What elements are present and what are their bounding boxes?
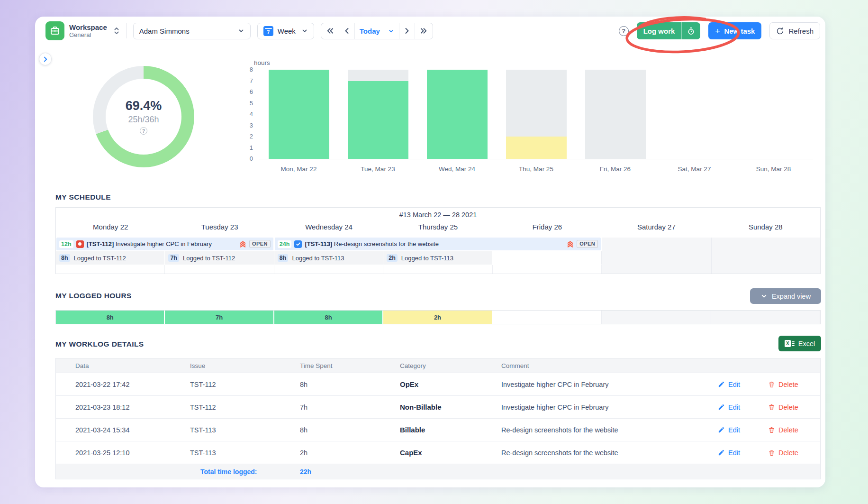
logged-text: Logged to TST-112 [74,255,126,262]
excel-icon: X [785,340,795,347]
progress-donut-chart: 69.4% 25h/36h ? [93,66,194,167]
worklog-category: Billable [400,426,501,434]
bar-segment-logged-full [269,70,329,159]
worklog-title: MY WORKLOG DETAILS [55,340,144,348]
trash-icon [768,403,775,411]
worklog-issue: TST-112 [190,381,300,388]
worklog-row: 2021-03-24 15:34TST-1138hBillableRe-desi… [56,419,820,441]
schedule-event-TST-112[interactable]: 12h[TST-112] Investigate higher CPC in F… [56,238,273,250]
bar-segment-required-not-logged [585,70,646,159]
period-select-value: Week [278,27,296,35]
schedule-empty-row [56,265,820,274]
logged-hours-chip: 8h [59,254,70,262]
donut-ratio: 25h/36h [128,115,159,125]
worklog-date: 2021-03-22 17:42 [75,381,190,388]
logged-cell[interactable]: 8hLogged to TST-112 [56,251,165,265]
logged-hours-cell-green[interactable]: 8h [274,311,383,324]
logged-hours-cell-yellow[interactable]: 2h [383,311,492,324]
bar-segment-logged-full [427,70,488,159]
x-axis-label: Thu, Mar 25 [497,165,576,173]
logged-text: Logged to TST-112 [183,255,235,262]
empty-cell [274,265,383,274]
worklog-issue: TST-113 [190,426,300,434]
worklog-category: Non-Billable [400,403,501,411]
schedule-event-TST-113[interactable]: 24h[TST-113] Re-design screenshots for t… [275,238,601,250]
pencil-icon [718,426,725,433]
delete-worklog-button[interactable]: Delete [768,426,820,434]
refresh-icon [776,27,784,35]
fast-backward-button[interactable] [321,23,339,39]
plus-icon: + [715,27,720,36]
schedule-day-headers: Monday 22Tuesday 23Wednesday 24Thursday … [56,223,820,231]
backward-button[interactable] [339,23,354,39]
chart-baseline [259,159,813,159]
stacked-bar [269,70,329,159]
schedule-table: #13 March 22 — 28 2021 Monday 22Tuesday … [55,207,821,274]
task-icon [294,240,302,248]
column-header: Issue [190,362,300,369]
worklog-issue: TST-113 [190,449,300,457]
trash-icon [768,381,775,388]
logged-cell[interactable]: 2hLogged to TST-113 [383,251,492,265]
trash-icon [768,449,775,457]
today-divider [384,27,384,35]
x-axis-label: Tue, Mar 23 [338,165,417,173]
period-select[interactable]: 7 Week [257,23,314,39]
schedule-title: MY SCHEDULE [55,193,111,202]
logged-cell[interactable]: 8hLogged to TST-113 [274,251,383,265]
export-excel-button[interactable]: X Excel [778,336,821,351]
logged-hours-cell-green[interactable]: 7h [165,311,274,324]
date-navigation: Today [321,23,433,39]
y-tick: 7 [228,77,253,84]
delete-worklog-button[interactable]: Delete [768,449,820,457]
donut-percent: 69.4% [126,99,162,113]
workspace-selector[interactable]: Workspace General [45,21,119,40]
worklog-header-row: DataIssueTime SpentCategoryComment [56,358,820,373]
start-timer-button[interactable] [681,22,700,39]
forward-button[interactable] [399,23,415,39]
chart-y-ticks: 012345678 [228,70,253,159]
refresh-button[interactable]: Refresh [769,22,820,39]
worklog-comment: Investigate higher CPC in February [501,381,718,388]
edit-worklog-button[interactable]: Edit [718,381,768,388]
workspace-subtitle: General [69,31,107,38]
edit-worklog-button[interactable]: Edit [718,426,768,434]
event-hours: 12h [59,240,73,248]
day-header: Monday 22 [56,223,165,231]
donut-help-icon[interactable]: ? [140,127,147,135]
delete-worklog-button[interactable]: Delete [768,403,820,411]
edit-worklog-button[interactable]: Edit [718,449,768,457]
y-tick: 0 [228,155,253,162]
empty-cell [493,265,602,274]
empty-cell [165,265,274,274]
expand-view-button[interactable]: Expand view [750,288,821,304]
status-badge: OPEN [577,240,598,248]
schedule-events-row: 12h[TST-112] Investigate higher CPC in F… [56,238,820,251]
worklog-time-spent: 8h [300,426,400,434]
logged-hours-cell-green[interactable]: 8h [56,311,165,324]
today-button[interactable]: Today [354,23,399,39]
new-task-button[interactable]: + New task [708,22,761,39]
trash-icon [768,426,775,434]
day-header: Friday 26 [493,223,602,231]
bar-segment-required-not-logged [506,70,567,137]
chevron-updown-icon [114,27,119,35]
log-work-button[interactable]: Log work [637,22,701,39]
fast-forward-button[interactable] [415,23,433,39]
column-header: Comment [501,362,820,369]
day-header: Thursday 25 [383,223,492,231]
pencil-icon [718,403,725,411]
help-icon[interactable]: ? [619,26,629,36]
logged-text: Logged to TST-113 [401,255,453,262]
delete-worklog-button[interactable]: Delete [768,381,820,388]
x-axis-label: Mon, Mar 22 [259,165,338,173]
edit-worklog-button[interactable]: Edit [718,403,768,411]
chevron-down-icon [388,28,394,34]
user-select[interactable]: Adam Simmons [133,23,251,39]
expand-sidebar-button[interactable] [39,53,52,65]
logged-cell[interactable]: 7hLogged to TST-112 [165,251,274,265]
worklog-footer-row: Total time logged: 22h [56,464,820,479]
y-tick: 5 [228,100,253,107]
chart-x-labels: Mon, Mar 22Tue, Mar 23Wed, Mar 24Thu, Ma… [259,165,813,173]
y-tick: 8 [228,66,253,73]
